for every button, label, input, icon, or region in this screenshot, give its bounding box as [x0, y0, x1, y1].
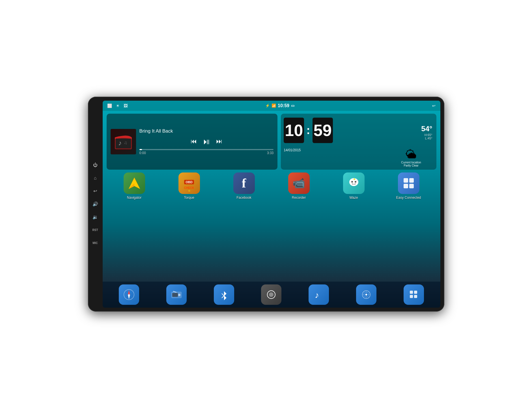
svg-marker-18: [128, 295, 130, 299]
video-svg: [360, 288, 372, 301]
music-svg: ♪: [313, 288, 325, 301]
svg-rect-34: [410, 291, 413, 294]
clock-minute: 59: [313, 118, 333, 143]
status-bar: ⬜ ☀ 🖼 ⚡ 📶 10:59 ▭ ↩: [103, 101, 440, 111]
torque-app[interactable]: OBD CHECK ⚙ Torque: [176, 172, 202, 200]
facebook-app[interactable]: f Facebook: [231, 172, 257, 200]
reset-button[interactable]: RST: [91, 226, 99, 234]
recorder-icon[interactable]: 📹: [288, 172, 310, 194]
svg-rect-13: [409, 178, 414, 183]
weather-desc-block: 🌥 Current location Partly Clear: [387, 147, 436, 170]
waze-svg: [347, 176, 361, 190]
next-button[interactable]: ⏭: [216, 138, 222, 145]
clock-weather-widget: 10 : 59 54° H:65° L:45° 14/01/2015: [281, 114, 436, 170]
radio-svg: [170, 288, 183, 301]
waze-label: Waze: [349, 196, 358, 200]
dock-bluetooth[interactable]: [214, 284, 234, 305]
prev-button[interactable]: ⏮: [191, 138, 197, 145]
music-controls: ⏮ ⏯ ⏭: [139, 137, 274, 146]
torque-icon[interactable]: OBD CHECK ⚙: [178, 172, 200, 194]
mic-button[interactable]: MIC: [91, 239, 99, 247]
music-player-widget: ♪ ♫ Bring It All Back ⏮ ⏯ ⏭: [107, 114, 278, 170]
back-button[interactable]: ↩: [91, 187, 99, 195]
waze-icon[interactable]: [343, 172, 365, 194]
progress-area[interactable]: 0:00 3:33: [139, 149, 274, 155]
svg-rect-21: [172, 293, 178, 297]
svg-text:♪: ♪: [315, 290, 319, 300]
gallery-icon: 🖼: [124, 103, 128, 108]
facebook-f: f: [242, 176, 246, 191]
svg-point-22: [178, 294, 180, 296]
torque-label: Torque: [184, 196, 194, 200]
navigator-app[interactable]: Navigator: [122, 172, 147, 200]
clock-separator: :: [305, 124, 311, 137]
dock-radio[interactable]: [166, 284, 187, 305]
home-svg: [265, 288, 277, 301]
navigator-icon[interactable]: [124, 172, 145, 194]
recorder-app[interactable]: 📹 Recorder: [286, 172, 312, 200]
date-display: 14/01/2015: [284, 148, 301, 152]
power-button[interactable]: ⏻: [91, 161, 99, 169]
engine-text: ⚙: [184, 189, 194, 192]
waze-app[interactable]: Waze: [341, 172, 367, 200]
brightness-icon: ☀: [116, 103, 120, 108]
home-button[interactable]: ⌂: [91, 174, 99, 182]
navigator-label: Navigator: [127, 196, 141, 200]
recorder-emoji: 📹: [292, 177, 305, 189]
easy-connected-svg: [402, 176, 415, 190]
weather-condition: Current location: [401, 161, 421, 164]
dock-video[interactable]: [356, 284, 376, 305]
bluetooth-status-icon: ⚡: [265, 103, 270, 108]
side-button-panel: ⏻ ⌂ ↩ 🔊 🔉 RST MIC: [88, 97, 103, 312]
svg-rect-35: [414, 291, 417, 294]
svg-point-8: [355, 181, 356, 183]
svg-marker-17: [128, 290, 130, 295]
torque-icon-inner: OBD CHECK ⚙: [184, 174, 194, 192]
back-status-icon: ↩: [432, 103, 436, 108]
music-info: Bring It All Back ⏮ ⏯ ⏭: [139, 128, 274, 155]
svg-text:♫: ♫: [124, 140, 127, 145]
temperature: 54°: [421, 124, 432, 133]
progress-times: 0:00 3:33: [139, 151, 274, 155]
dock-home[interactable]: [261, 284, 281, 305]
clock-display: 10 : 59: [281, 114, 387, 147]
volume-down-button[interactable]: 🔉: [91, 213, 99, 221]
car-head-unit: ⏻ ⌂ ↩ 🔊 🔉 RST MIC ⬜ ☀ 🖼 ⚡ 📶 10:59: [88, 97, 444, 312]
main-content: ♪ ♫ Bring It All Back ⏮ ⏯ ⏭: [103, 111, 440, 282]
svg-point-19: [128, 294, 130, 295]
easy-connected-app[interactable]: Easy Connected: [396, 172, 421, 200]
facebook-icon[interactable]: f: [233, 172, 255, 194]
dock-music[interactable]: ♪: [309, 284, 329, 305]
volume-up-button[interactable]: 🔊: [91, 200, 99, 208]
obd-badge: OBD: [184, 180, 194, 184]
easy-connected-label: Easy Connected: [396, 196, 421, 200]
svg-rect-15: [409, 184, 414, 188]
svg-point-10: [354, 178, 355, 180]
play-pause-button[interactable]: ⏯: [203, 137, 210, 146]
facebook-label: Facebook: [236, 196, 251, 200]
album-art: ♪ ♫: [111, 129, 136, 154]
song-title: Bring It All Back: [139, 128, 274, 134]
svg-rect-14: [404, 184, 408, 188]
dock-compass[interactable]: [119, 284, 139, 305]
app-icons-row: Navigator OBD CHECK ⚙ Torque: [107, 172, 436, 200]
svg-rect-37: [414, 295, 417, 298]
current-time: 0:00: [139, 151, 146, 155]
svg-point-11: [357, 180, 358, 181]
svg-rect-12: [404, 178, 408, 183]
status-left: ⬜ ☀ 🖼: [107, 103, 128, 108]
dock-apps[interactable]: [404, 284, 424, 305]
easy-connected-icon[interactable]: [398, 172, 419, 194]
total-time: 3:33: [267, 151, 273, 155]
temperature-block: 54° H:65° L:45°: [387, 114, 436, 147]
battery-icon: ▭: [291, 103, 294, 108]
screen-wrapper: ⬜ ☀ 🖼 ⚡ 📶 10:59 ▭ ↩: [103, 97, 444, 312]
clock-hour: 10: [284, 118, 304, 143]
navigator-svg: [127, 176, 141, 190]
progress-bar[interactable]: [139, 149, 274, 150]
home-status-icon: ⬜: [107, 103, 112, 108]
svg-point-7: [351, 181, 353, 183]
check-text: CHECK: [184, 186, 194, 189]
bluetooth-svg: [218, 288, 230, 301]
svg-rect-36: [410, 295, 413, 298]
